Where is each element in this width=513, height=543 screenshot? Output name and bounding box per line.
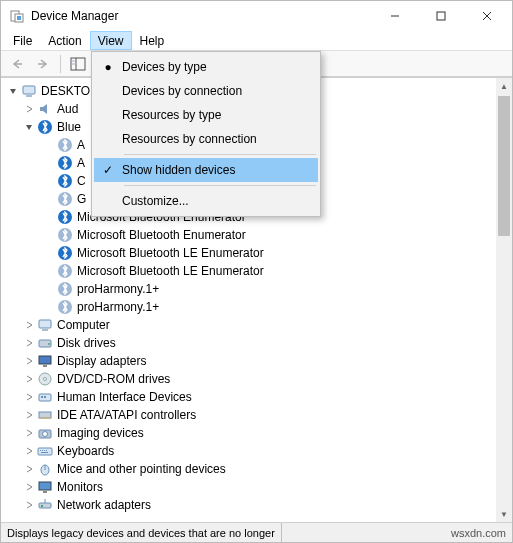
svg-rect-39 [39, 412, 51, 418]
tree-item-bt[interactable]: Microsoft Bluetooth Enumerator [1, 226, 496, 244]
computer-icon [37, 317, 53, 333]
close-button[interactable] [464, 1, 510, 31]
chevron-right-icon[interactable] [21, 407, 37, 423]
menu-action[interactable]: Action [40, 31, 89, 50]
svg-rect-51 [39, 482, 51, 490]
menu-view[interactable]: View [90, 31, 132, 50]
network-icon [37, 497, 53, 513]
menu-item-label: Show hidden devices [122, 163, 235, 177]
chevron-right-icon[interactable] [21, 425, 37, 441]
tree-item-bt[interactable]: proHarmony.1+ [1, 298, 496, 316]
tree-category-imaging[interactable]: Imaging devices [1, 424, 496, 442]
menu-item-label: Customize... [122, 194, 189, 208]
bullet-icon: ● [94, 60, 122, 74]
bluetooth-icon [57, 263, 73, 279]
tree-item-bt[interactable]: Microsoft Bluetooth LE Enumerator [1, 262, 496, 280]
menu-file[interactable]: File [5, 31, 40, 50]
tree-item-label: Disk drives [57, 336, 116, 350]
mouse-icon [37, 461, 53, 477]
window-controls [372, 1, 510, 31]
tree-category-hid[interactable]: Human Interface Devices [1, 388, 496, 406]
menu-show-hidden-devices[interactable]: ✓ Show hidden devices [94, 158, 318, 182]
status-bar: Displays legacy devices and devices that… [1, 522, 512, 542]
back-button[interactable] [5, 53, 29, 75]
svg-rect-48 [41, 452, 48, 453]
bluetooth-icon [57, 245, 73, 261]
hid-icon [37, 389, 53, 405]
chevron-right-icon[interactable] [21, 443, 37, 459]
menu-customize[interactable]: Customize... [94, 189, 318, 213]
bluetooth-icon [57, 281, 73, 297]
forward-button[interactable] [31, 53, 55, 75]
tree-category-display-adapters[interactable]: Display adapters [1, 352, 496, 370]
menu-devices-by-type[interactable]: ● Devices by type [94, 55, 318, 79]
tree-item-bt[interactable]: Microsoft Bluetooth LE Enumerator [1, 244, 496, 262]
bluetooth-icon [57, 227, 73, 243]
show-hide-tree-button[interactable] [66, 53, 90, 75]
bluetooth-icon [57, 173, 73, 189]
maximize-button[interactable] [418, 1, 464, 31]
tree-item-bt[interactable]: proHarmony.1+ [1, 280, 496, 298]
chevron-right-icon[interactable] [21, 317, 37, 333]
menu-resources-by-connection[interactable]: Resources by connection [94, 127, 318, 151]
tree-item-label: DVD/CD-ROM drives [57, 372, 170, 386]
tree-category-monitors[interactable]: Monitors [1, 478, 496, 496]
computer-icon [21, 83, 37, 99]
menu-help[interactable]: Help [132, 31, 173, 50]
svg-rect-54 [41, 505, 43, 507]
scroll-down-button[interactable]: ▼ [496, 506, 512, 522]
tree-category-keyboards[interactable]: Keyboards [1, 442, 496, 460]
tree-item-label: A [77, 138, 85, 152]
svg-rect-4 [437, 12, 445, 20]
view-dropdown-menu: ● Devices by type Devices by connection … [91, 51, 321, 217]
bluetooth-icon [57, 137, 73, 153]
svg-point-35 [44, 378, 47, 381]
minimize-button[interactable] [372, 1, 418, 31]
bluetooth-icon [57, 209, 73, 225]
tree-item-label: Human Interface Devices [57, 390, 192, 404]
chevron-right-icon[interactable] [21, 479, 37, 495]
chevron-right-icon[interactable] [21, 389, 37, 405]
menu-bar: File Action View Help [1, 31, 512, 51]
svg-rect-52 [43, 491, 47, 493]
chevron-down-icon[interactable] [5, 83, 21, 99]
svg-rect-46 [44, 450, 45, 451]
tree-item-label: Aud [57, 102, 78, 116]
tree-category-computer[interactable]: Computer [1, 316, 496, 334]
chevron-right-icon[interactable] [21, 497, 37, 513]
tree-category-network[interactable]: Network adapters [1, 496, 496, 514]
svg-rect-32 [39, 356, 51, 364]
tree-item-label: G [77, 192, 86, 206]
svg-rect-29 [42, 329, 48, 331]
chevron-right-icon[interactable] [21, 335, 37, 351]
menu-devices-by-connection[interactable]: Devices by connection [94, 79, 318, 103]
menu-resources-by-type[interactable]: Resources by type [94, 103, 318, 127]
svg-rect-28 [39, 320, 51, 328]
tree-category-dvd[interactable]: DVD/CD-ROM drives [1, 370, 496, 388]
tree-category-mice[interactable]: Mice and other pointing devices [1, 460, 496, 478]
tree-item-label: IDE ATA/ATAPI controllers [57, 408, 196, 422]
scroll-thumb[interactable] [498, 96, 510, 236]
menu-separator [124, 185, 316, 186]
check-icon: ✓ [94, 163, 122, 177]
display-icon [37, 353, 53, 369]
scroll-up-button[interactable]: ▲ [496, 78, 512, 94]
chevron-right-icon[interactable] [21, 461, 37, 477]
tree-category-ide[interactable]: IDE ATA/ATAPI controllers [1, 406, 496, 424]
bluetooth-icon [57, 299, 73, 315]
svg-rect-43 [38, 448, 52, 455]
chevron-right-icon[interactable] [21, 101, 37, 117]
tree-item-label: Microsoft Bluetooth LE Enumerator [77, 246, 264, 260]
tree-item-label: Mice and other pointing devices [57, 462, 226, 476]
svg-rect-38 [44, 396, 46, 398]
disc-icon [37, 371, 53, 387]
vertical-scrollbar[interactable]: ▲ ▼ [496, 78, 512, 522]
tree-root-label: DESKTO [41, 84, 90, 98]
chevron-right-icon[interactable] [21, 371, 37, 387]
menu-item-label: Devices by type [122, 60, 207, 74]
chevron-down-icon[interactable] [21, 119, 37, 135]
chevron-right-icon[interactable] [21, 353, 37, 369]
svg-rect-33 [43, 365, 47, 367]
tree-category-disk-drives[interactable]: Disk drives [1, 334, 496, 352]
svg-rect-44 [40, 450, 41, 451]
